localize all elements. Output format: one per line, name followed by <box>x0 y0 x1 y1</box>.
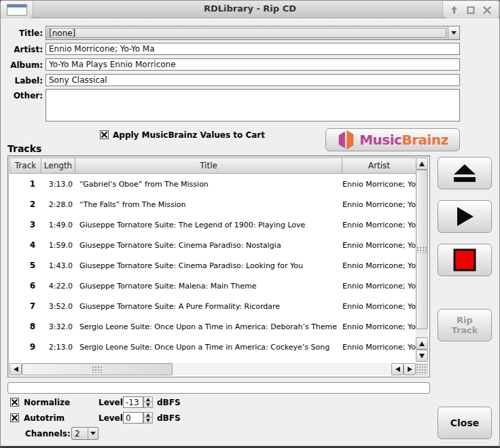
close-icon <box>483 6 491 14</box>
track-number-cell: 3 <box>10 220 41 229</box>
horizontal-scrollbar[interactable] <box>10 363 416 375</box>
label-field[interactable] <box>46 74 460 86</box>
arrow-up-icon <box>419 341 425 346</box>
table-row[interactable]: 41:59.0Giuseppe Tornatore Suite: Cinema … <box>10 235 416 255</box>
horizontal-scrollbar-thumb[interactable] <box>22 363 173 375</box>
maximize-icon <box>467 6 475 14</box>
album-field[interactable] <box>46 58 460 71</box>
normalize-level-label: Level: <box>99 398 126 407</box>
column-header-length[interactable]: Length <box>41 157 75 174</box>
arrow-up-icon <box>146 398 150 401</box>
chevron-down-icon <box>90 432 96 435</box>
track-artist-cell: Ennio Morricone; Yo- <box>341 241 416 250</box>
shade-up-icon <box>450 5 459 14</box>
column-header-title[interactable]: Title <box>75 157 342 174</box>
maximize-button[interactable] <box>465 5 476 16</box>
track-length-cell: 1:43.0 <box>41 261 76 270</box>
arrow-left-icon <box>395 367 400 372</box>
scroll-left-button-right[interactable] <box>391 363 404 375</box>
table-row[interactable]: 73:52.0Giuseppe Tornatore Suite: A Pure … <box>10 296 416 316</box>
arrow-up-icon <box>419 162 425 166</box>
track-artist-cell: Ennio Morricone; Yo- <box>341 343 416 352</box>
track-artist-cell: Ennio Morricone; Yo- <box>341 180 416 189</box>
vertical-scrollbar[interactable] <box>416 157 428 362</box>
scroll-up-button[interactable] <box>416 157 428 170</box>
table-row[interactable]: 92:13.0Sergio Leone Suite: Once Upon a T… <box>10 337 416 357</box>
table-row[interactable]: 13:13.0“Gabriel’s Oboe” from The Mission… <box>10 174 416 194</box>
window-controls <box>442 1 498 18</box>
scroll-left-button[interactable] <box>10 363 22 375</box>
checkmark-x-icon <box>11 414 18 422</box>
rip-track-button[interactable]: Rip Track <box>438 309 492 341</box>
checkmark-x-icon <box>101 131 108 138</box>
apply-musicbrainz-checkbox[interactable] <box>100 130 109 139</box>
resize-grip[interactable] <box>416 363 428 375</box>
scroll-down-button[interactable] <box>416 350 428 362</box>
title-combobox-arrow[interactable] <box>448 26 459 39</box>
track-title-cell: Sergio Leone Suite: Once Upon a Time in … <box>76 322 341 331</box>
title-label: Title: <box>1 29 43 38</box>
rip-cd-dialog: RDLibrary - Rip CD Title: [none] <box>0 0 500 448</box>
channels-label: Channels: <box>25 429 71 438</box>
autotrim-unit-label: dBFS <box>157 413 181 423</box>
table-row[interactable]: 83:32.0Sergio Leone Suite: Once Upon a T… <box>10 316 416 337</box>
track-title-cell: Sergio Leone Suite: Once Upon a Time in … <box>76 343 341 352</box>
channels-combobox-arrow[interactable] <box>88 428 98 439</box>
title-combobox[interactable]: [none] <box>46 26 460 40</box>
arrow-up-icon <box>146 413 150 417</box>
musicbrainz-logo-icon <box>337 130 355 150</box>
channels-combobox[interactable]: 2 <box>71 427 99 440</box>
musicbrainz-text-brainz: Brainz <box>401 132 448 148</box>
shade-button[interactable] <box>448 5 459 16</box>
column-header-artist[interactable]: Artist <box>342 157 416 174</box>
close-window-button[interactable] <box>482 5 493 16</box>
tracks-table-header: Track Length Title Artist <box>10 157 416 174</box>
chevron-down-icon <box>451 31 457 35</box>
thumb-grip <box>416 246 427 253</box>
normalize-level-up-button[interactable] <box>143 396 153 403</box>
play-button[interactable] <box>438 200 492 233</box>
autotrim-checkbox[interactable] <box>10 413 19 422</box>
normalize-unit-label: dBFS <box>157 398 181 407</box>
autotrim-level-label: Level: <box>99 413 126 423</box>
track-rows: 13:13.0“Gabriel’s Oboe” from The Mission… <box>10 174 416 362</box>
table-row[interactable]: 51:43.0Giuseppe Tornatore Suite: Cinema … <box>10 255 416 276</box>
scroll-right-button[interactable] <box>404 363 416 375</box>
track-length-cell: 3:52.0 <box>41 302 76 311</box>
arrow-down-icon <box>146 403 150 407</box>
track-number-cell: 6 <box>10 281 41 291</box>
thumb-grip <box>92 366 103 373</box>
table-row[interactable]: 22:28.0“The Falls” from The MissionEnnio… <box>10 194 416 214</box>
normalize-checkbox[interactable] <box>10 398 19 407</box>
rip-track-label-line1: Rip <box>457 315 473 325</box>
track-title-cell: Giuseppe Tornatore Suite: Cinema Paradis… <box>76 241 341 250</box>
scroll-up-button-bottom[interactable] <box>416 337 428 350</box>
normalize-level-down-button[interactable] <box>143 403 153 408</box>
table-row[interactable]: 31:49.0Giuseppe Tornatore Suite: The Leg… <box>10 214 416 235</box>
titlebar[interactable]: RDLibrary - Rip CD <box>1 1 499 18</box>
tracks-heading: Tracks <box>7 143 41 154</box>
close-button[interactable]: Close <box>438 407 492 439</box>
artist-field[interactable] <box>46 43 460 55</box>
vertical-scrollbar-thumb[interactable] <box>416 170 428 329</box>
eject-button[interactable] <box>438 157 492 189</box>
track-title-cell: “The Falls” from The Mission <box>76 200 341 209</box>
arrow-left-icon <box>14 367 18 372</box>
normalize-level-input[interactable] <box>123 396 143 408</box>
other-field[interactable] <box>46 89 460 122</box>
label-label: Label: <box>1 76 43 86</box>
stop-button[interactable] <box>438 244 492 276</box>
musicbrainz-button[interactable]: MusicBrainz <box>325 128 460 151</box>
album-label: Album: <box>1 60 43 70</box>
checkmark-x-icon <box>11 398 18 406</box>
autotrim-level-input[interactable] <box>123 412 143 424</box>
tracks-table: Track Length Title Artist 13:13.0“Gabrie… <box>7 155 430 377</box>
track-number-cell: 1 <box>10 179 41 189</box>
table-row[interactable]: 64:22.0Giuseppe Tornatore Suite: Malena:… <box>10 276 416 296</box>
title-combobox-value: [none] <box>46 26 448 39</box>
autotrim-level-up-button[interactable] <box>143 412 153 418</box>
column-header-track[interactable]: Track <box>10 157 41 174</box>
autotrim-level-spinbox <box>123 412 153 424</box>
musicbrainz-text-music: Music <box>359 132 401 148</box>
autotrim-level-down-button[interactable] <box>143 418 153 424</box>
